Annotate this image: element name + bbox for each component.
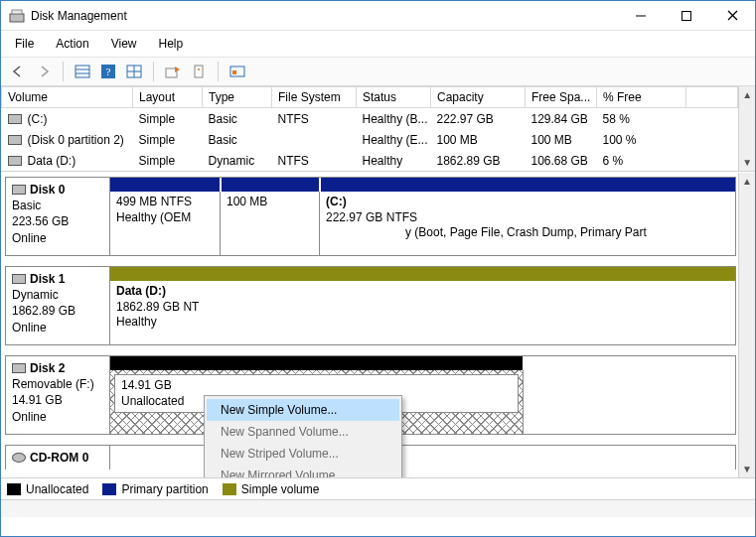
forward-button[interactable] <box>33 61 55 82</box>
cell-free: 106.68 GB <box>526 150 597 171</box>
col-pctfree[interactable]: % Free <box>597 87 686 108</box>
partition-status: y (Boot, Page File, Crash Dump, Primary … <box>326 225 729 241</box>
col-volume[interactable]: Volume <box>2 87 133 108</box>
back-button[interactable] <box>7 61 29 82</box>
menu-file[interactable]: File <box>11 35 38 53</box>
partition-box[interactable]: (C:) 222.97 GB NTFS y (Boot, Page File, … <box>319 192 735 255</box>
disk-size: 223.56 GB <box>12 213 103 229</box>
toolbar-icon-last[interactable] <box>227 61 248 82</box>
drive-icon <box>8 156 22 166</box>
disk-row-disk1[interactable]: Disk 1 Dynamic 1862.89 GB Online Data (D… <box>5 266 736 345</box>
help-icon[interactable]: ? <box>97 61 119 82</box>
col-layout[interactable]: Layout <box>133 87 203 108</box>
partition-status: Healthy (OEM <box>116 210 214 226</box>
col-capacity[interactable]: Capacity <box>431 87 526 108</box>
menu-help[interactable]: Help <box>155 35 188 53</box>
ctx-new-mirrored-volume: New Mirrored Volume... <box>207 465 399 477</box>
disk-type: Removable (F:) <box>12 376 103 392</box>
swatch-unallocated <box>7 483 21 495</box>
minimize-button[interactable] <box>618 1 664 30</box>
table-row[interactable]: (C:) Simple Basic NTFS Healthy (B... 222… <box>2 108 738 130</box>
legend-label: Primary partition <box>121 482 208 496</box>
cell-layout: Simple <box>133 108 203 130</box>
disk-size: 1862.89 GB <box>12 303 103 319</box>
partition-stripe <box>222 178 319 192</box>
partition-box[interactable]: 100 MB <box>220 192 319 255</box>
cell-fs: NTFS <box>272 108 357 130</box>
partition-stripe <box>110 178 220 192</box>
cell-capacity: 1862.89 GB <box>431 150 526 171</box>
disk-header: Disk 2 Removable (F:) 14.91 GB Online <box>6 356 110 434</box>
toolbar-grid-icon[interactable] <box>123 61 145 82</box>
cell-status: Healthy (B... <box>357 108 431 130</box>
toolbar-list-icon[interactable] <box>72 61 93 82</box>
partition-size: 1862.89 GB NT <box>116 300 214 316</box>
scroll-down-icon[interactable]: ▼ <box>739 461 755 477</box>
menubar: File Action View Help <box>1 31 755 57</box>
svg-point-16 <box>198 68 200 70</box>
disk-icon <box>12 274 26 284</box>
partition-name: (C:) <box>326 195 729 210</box>
settings-icon[interactable] <box>188 61 210 82</box>
maximize-button[interactable] <box>664 1 709 30</box>
partition-box[interactable]: 499 MB NTFS Healthy (OEM <box>110 192 220 255</box>
toolbar: ? <box>1 57 755 86</box>
col-type[interactable]: Type <box>203 87 272 108</box>
table-row[interactable]: (Disk 0 partition 2) Simple Basic Health… <box>2 129 738 150</box>
cell-capacity: 100 MB <box>431 129 526 150</box>
partition-stripe <box>110 267 735 281</box>
svg-rect-6 <box>76 66 89 77</box>
disk-name: CD-ROM 0 <box>30 451 88 465</box>
cell-fs <box>272 129 357 150</box>
disk-size: 14.91 GB <box>12 392 103 408</box>
disk-row-disk0[interactable]: Disk 0 Basic 223.56 GB Online 499 MB NTF… <box>5 177 736 256</box>
disk-mgmt-icon <box>9 8 25 24</box>
disk-name: Disk 0 <box>30 183 65 197</box>
cell-fs: NTFS <box>272 150 357 171</box>
cell-pct: 58 % <box>597 108 686 130</box>
disk-header: Disk 0 Basic 223.56 GB Online <box>6 178 110 255</box>
disk-name: Disk 1 <box>30 272 65 286</box>
scroll-up-icon[interactable]: ▲ <box>739 86 755 103</box>
cell-type: Basic <box>203 129 272 150</box>
volume-scrollbar[interactable]: ▲ ▼ <box>738 86 755 171</box>
cell-type: Basic <box>203 108 272 130</box>
titlebar: Disk Management <box>1 1 755 31</box>
partition-status: Healthy <box>116 315 214 331</box>
col-extra <box>686 87 738 108</box>
ctx-new-spanned-volume: New Spanned Volume... <box>207 421 399 443</box>
cell-volume: (C:) <box>28 112 48 126</box>
col-free[interactable]: Free Spa... <box>526 87 597 108</box>
menu-view[interactable]: View <box>107 35 141 53</box>
disk-icon <box>12 363 26 373</box>
cell-type: Dynamic <box>203 150 272 171</box>
volume-table[interactable]: Volume Layout Type File System Status Ca… <box>1 86 738 171</box>
svg-rect-1 <box>12 10 22 14</box>
svg-rect-3 <box>682 11 691 20</box>
scroll-down-icon[interactable]: ▼ <box>739 154 755 171</box>
disk-header: Disk 1 Dynamic 1862.89 GB Online <box>6 267 110 344</box>
disk-pane-scrollbar[interactable]: ▲ ▼ <box>738 173 755 477</box>
ctx-new-simple-volume[interactable]: New Simple Volume... <box>207 399 399 421</box>
scroll-up-icon[interactable]: ▲ <box>739 173 755 190</box>
disk-graphical-pane: Disk 0 Basic 223.56 GB Online 499 MB NTF… <box>1 172 755 477</box>
refresh-icon[interactable] <box>162 61 184 82</box>
close-button[interactable] <box>709 1 755 30</box>
legend-label: Simple volume <box>241 482 320 496</box>
cell-status: Healthy <box>357 150 431 171</box>
table-row[interactable]: Data (D:) Simple Dynamic NTFS Healthy 18… <box>2 150 738 171</box>
cell-layout: Simple <box>133 129 203 150</box>
legend: Unallocated Primary partition Simple vol… <box>1 477 755 499</box>
cell-volume: (Disk 0 partition 2) <box>28 133 124 147</box>
partition-box[interactable]: Data (D:) 1862.89 GB NT Healthy <box>110 281 220 344</box>
svg-rect-18 <box>232 70 236 74</box>
partition-size: 499 MB NTFS <box>116 195 214 210</box>
cell-free: 129.84 GB <box>526 108 597 130</box>
disk-type: Dynamic <box>12 287 103 303</box>
partition-stripe <box>110 356 523 370</box>
col-status[interactable]: Status <box>357 87 431 108</box>
col-fs[interactable]: File System <box>272 87 357 108</box>
disk-state: Online <box>12 409 103 425</box>
partition-size: 14.91 GB <box>121 378 512 394</box>
menu-action[interactable]: Action <box>52 35 92 53</box>
